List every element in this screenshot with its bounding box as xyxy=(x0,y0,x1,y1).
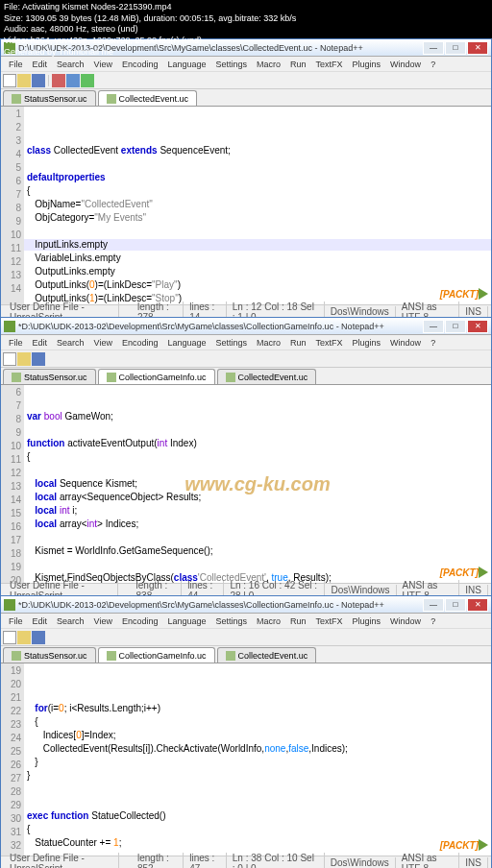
new-file-icon[interactable] xyxy=(3,352,16,366)
tab-CollectedEventuc[interactable]: CollectedEvent.uc xyxy=(98,90,198,106)
close-button[interactable]: ✕ xyxy=(467,320,488,333)
menu-run[interactable]: Run xyxy=(285,60,311,69)
menu-textfx[interactable]: TextFX xyxy=(311,60,348,69)
window-title: *D:\UDK\UDK-2013-02\Development\Src\MyGa… xyxy=(18,322,423,331)
cut-icon[interactable] xyxy=(52,74,65,87)
notepadpp-window-2: *D:\UDK\UDK-2013-02\Development\Src\MyGa… xyxy=(0,317,492,595)
copy-icon[interactable] xyxy=(66,74,80,87)
code-area[interactable]: var bool GameWon; function activateEvent… xyxy=(24,385,491,583)
file-icon xyxy=(12,373,21,382)
video-metadata-overlay: File: Activating Kismet Nodes-2215390.mp… xyxy=(0,0,300,60)
editor-area[interactable]: 1234567891011121314 class CollectedEvent… xyxy=(1,107,491,304)
tab-bar: StatusSensor.ucCollectionGameInfo.ucColl… xyxy=(1,368,491,385)
file-icon xyxy=(12,651,21,661)
app-icon xyxy=(4,321,15,332)
menu-settings[interactable]: Settings xyxy=(211,616,253,626)
menu-?[interactable]: ? xyxy=(426,60,440,69)
menu-run[interactable]: Run xyxy=(285,616,311,626)
menu-macro[interactable]: Macro xyxy=(252,338,285,348)
code-area[interactable]: for(i=0; i<Results.Length;i++) { Indices… xyxy=(24,663,491,856)
menu-file[interactable]: File xyxy=(4,616,28,626)
menu-view[interactable]: View xyxy=(89,60,117,69)
tab-StatusSensoruc[interactable]: StatusSensor.uc xyxy=(3,90,96,106)
open-file-icon[interactable] xyxy=(17,352,31,366)
tab-CollectionGameInfouc[interactable]: CollectionGameInfo.uc xyxy=(98,369,215,384)
menubar: FileEditSearchViewEncodingLanguageSettin… xyxy=(1,614,491,629)
window-title: *D:\UDK\UDK-2013-02\Development\Src\MyGa… xyxy=(18,600,423,610)
menu-macro[interactable]: Macro xyxy=(252,616,285,626)
titlebar[interactable]: *D:\UDK\UDK-2013-02\Development\Src\MyGa… xyxy=(1,596,491,614)
file-icon xyxy=(226,651,235,661)
menu-window[interactable]: Window xyxy=(385,616,426,626)
menu-plugins[interactable]: Plugins xyxy=(348,616,386,626)
save-file-icon[interactable] xyxy=(32,74,45,87)
overlay-generator: Generated by Thumbnail me xyxy=(4,47,296,59)
maximize-button[interactable]: □ xyxy=(445,320,466,333)
menu-encoding[interactable]: Encoding xyxy=(117,60,163,69)
toolbar xyxy=(1,350,491,368)
menu-file[interactable]: File xyxy=(4,338,28,348)
menu-plugins[interactable]: Plugins xyxy=(348,338,386,348)
menu-edit[interactable]: Edit xyxy=(28,60,53,69)
file-icon xyxy=(226,373,235,382)
open-file-icon[interactable] xyxy=(17,74,31,87)
minimize-button[interactable]: — xyxy=(423,320,444,333)
new-file-icon[interactable] xyxy=(3,74,16,87)
menu-textfx[interactable]: TextFX xyxy=(311,616,348,626)
minimize-button[interactable]: — xyxy=(423,598,444,612)
tab-bar: StatusSensor.ucCollectionGameInfo.ucColl… xyxy=(1,646,491,663)
minimize-button[interactable]: — xyxy=(423,41,444,55)
menu-?[interactable]: ? xyxy=(426,338,440,348)
tab-CollectionGameInfouc[interactable]: CollectionGameInfo.uc xyxy=(98,647,215,663)
maximize-button[interactable]: □ xyxy=(445,41,466,55)
line-gutter: 1920212223242526272829303132333435363738… xyxy=(1,663,24,856)
menu-search[interactable]: Search xyxy=(52,338,89,348)
notepadpp-window-3: *D:\UDK\UDK-2013-02\Development\Src\MyGa… xyxy=(0,595,492,868)
open-file-icon[interactable] xyxy=(17,631,31,644)
save-file-icon[interactable] xyxy=(32,631,45,644)
close-button[interactable]: ✕ xyxy=(467,598,488,612)
tab-StatusSensoruc[interactable]: StatusSensor.uc xyxy=(3,647,96,663)
menu-search[interactable]: Search xyxy=(52,60,89,69)
menu-macro[interactable]: Macro xyxy=(252,60,285,69)
tab-CollectedEventuc[interactable]: CollectedEvent.uc xyxy=(217,647,317,663)
file-icon xyxy=(107,651,116,661)
file-icon xyxy=(107,373,116,382)
code-area[interactable]: class CollectedEvent extends SequenceEve… xyxy=(24,107,491,304)
menu-view[interactable]: View xyxy=(89,616,117,626)
menubar: FileEditSearchViewEncodingLanguageSettin… xyxy=(1,335,491,350)
menu-encoding[interactable]: Encoding xyxy=(117,616,163,626)
menu-textfx[interactable]: TextFX xyxy=(311,338,348,348)
line-gutter: 6789101112131415161718192021222324252627… xyxy=(1,385,24,583)
menu-settings[interactable]: Settings xyxy=(211,60,253,69)
statusbar: User Define File - UnrealScript length :… xyxy=(1,856,491,868)
menu-file[interactable]: File xyxy=(4,60,28,69)
new-file-icon[interactable] xyxy=(3,631,16,644)
menu-language[interactable]: Language xyxy=(162,338,210,348)
menu-language[interactable]: Language xyxy=(162,60,210,69)
overlay-video: Video: h264, yuv420p, 1280x720, 25.00 fp… xyxy=(4,36,296,47)
menu-edit[interactable]: Edit xyxy=(28,616,53,626)
menu-window[interactable]: Window xyxy=(385,338,426,348)
menu-encoding[interactable]: Encoding xyxy=(117,338,163,348)
menu-language[interactable]: Language xyxy=(162,616,210,626)
close-button[interactable]: ✕ xyxy=(467,41,488,55)
menu-search[interactable]: Search xyxy=(52,616,89,626)
paste-icon[interactable] xyxy=(81,74,94,87)
menu-run[interactable]: Run xyxy=(285,338,311,348)
editor-area[interactable]: 6789101112131415161718192021222324252627… xyxy=(1,385,491,583)
editor-area[interactable]: 1920212223242526272829303132333435363738… xyxy=(1,663,491,856)
menu-view[interactable]: View xyxy=(89,338,117,348)
titlebar[interactable]: *D:\UDK\UDK-2013-02\Development\Src\MyGa… xyxy=(1,318,491,335)
maximize-button[interactable]: □ xyxy=(445,598,466,612)
tab-CollectedEventuc[interactable]: CollectedEvent.uc xyxy=(217,369,317,384)
menu-window[interactable]: Window xyxy=(385,60,426,69)
statusbar: User Define File - UnrealScript length :… xyxy=(1,583,491,596)
statusbar: User Define File - UnrealScript length :… xyxy=(1,304,491,318)
menu-settings[interactable]: Settings xyxy=(211,338,253,348)
tab-StatusSensoruc[interactable]: StatusSensor.uc xyxy=(3,369,96,384)
save-file-icon[interactable] xyxy=(32,352,45,366)
menu-?[interactable]: ? xyxy=(426,616,440,626)
menu-plugins[interactable]: Plugins xyxy=(348,60,386,69)
menu-edit[interactable]: Edit xyxy=(28,338,53,348)
